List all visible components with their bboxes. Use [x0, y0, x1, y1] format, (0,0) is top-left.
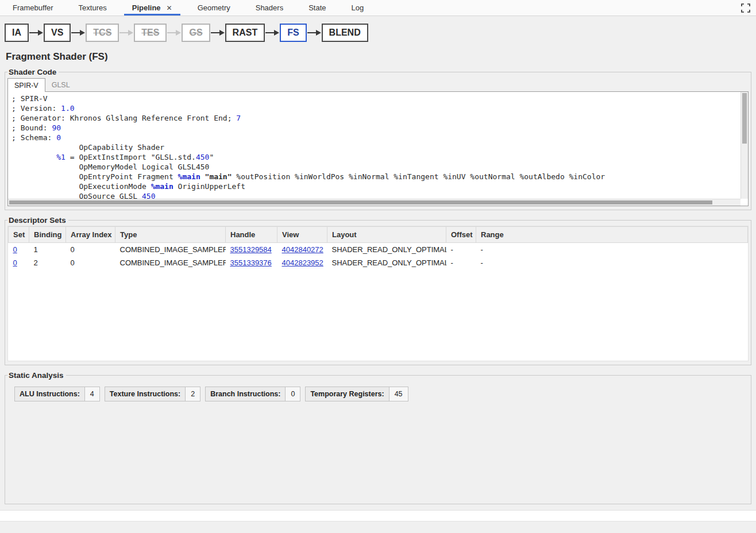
column-header: Set [9, 227, 29, 243]
tab-label: Pipeline [132, 3, 161, 12]
flow-arrow-icon [210, 29, 225, 36]
tab-pipeline[interactable]: Pipeline✕ [119, 0, 185, 16]
cell-view: 4042823952 [277, 256, 327, 269]
code-vertical-scrollbar[interactable] [740, 92, 748, 199]
static-analysis-group-title: Static Analysis [7, 371, 66, 380]
code-tab-spir-v[interactable]: SPIR-V [7, 78, 45, 92]
code-line: OpEntryPoint Fragment %main "main" %outP… [11, 172, 745, 181]
metric-alu-instructions: ALU Instructions:4 [14, 387, 100, 401]
column-header: Binding [29, 227, 66, 243]
cell-range: - [476, 243, 748, 257]
stage-ia[interactable]: IA [5, 24, 29, 42]
column-header: Handle [226, 227, 277, 243]
descriptor-sets-table-body: SetBindingArray IndexTypeHandleViewLayou… [7, 226, 749, 361]
column-header: View [277, 227, 327, 243]
code-content[interactable]: ; SPIR-V; Version: 1.0; Generator: Khron… [8, 92, 748, 206]
column-header: Array Index [66, 227, 115, 243]
shader-code-group: Shader Code SPIR-VGLSL ; SPIR-V; Version… [5, 68, 751, 210]
pipeline-flow: IAVSTCSTESGSRASTFSBLEND [0, 16, 756, 47]
table-row: 020COMBINED_IMAGE_SAMPLER355133937640428… [9, 256, 748, 269]
code-line: OpMemoryModel Logical GLSL450 [11, 162, 745, 172]
stage-tcs[interactable]: TCS [86, 24, 119, 42]
set-link[interactable]: 0 [13, 258, 17, 267]
handle-link[interactable]: 3551339376 [230, 258, 272, 267]
cell-set: 0 [9, 256, 29, 269]
code-line: ; Schema: 0 [11, 133, 745, 142]
column-header: Layout [327, 227, 446, 243]
tab-log[interactable]: Log [339, 0, 377, 16]
flow-arrow-icon [167, 29, 182, 36]
stage-fs[interactable]: FS [280, 24, 306, 42]
metric-label: Texture Instructions: [105, 387, 186, 401]
stage-vs[interactable]: VS [44, 24, 71, 42]
code-tabs: SPIR-VGLSL [7, 78, 749, 91]
column-header: Offset [446, 227, 476, 243]
cell-offset: - [446, 256, 476, 269]
tab-close-icon[interactable]: ✕ [167, 4, 172, 12]
page-title: Fragment Shader (FS) [6, 51, 750, 63]
stage-rast[interactable]: RAST [225, 24, 265, 42]
flow-arrow-icon [265, 29, 280, 36]
vertical-scroll-thumb[interactable] [742, 93, 747, 144]
cell-offset: - [446, 243, 476, 257]
cell-type: COMBINED_IMAGE_SAMPLER [115, 256, 226, 269]
cell-type: COMBINED_IMAGE_SAMPLER [115, 243, 226, 257]
tab-label: Textures [79, 3, 107, 12]
fullscreen-icon[interactable] [735, 0, 756, 16]
handle-link[interactable]: 3551329584 [230, 245, 272, 254]
cell-layout: SHADER_READ_ONLY_OPTIMAL [327, 256, 446, 269]
code-line: ; Generator: Khronos Glslang Reference F… [11, 113, 745, 123]
cell-handle: 3551339376 [226, 256, 277, 269]
tab-label: Log [352, 3, 364, 12]
set-link[interactable]: 0 [13, 245, 17, 254]
flow-arrow-icon [29, 29, 44, 36]
code-horizontal-scrollbar[interactable] [8, 199, 740, 206]
metric-value: 45 [389, 387, 408, 401]
tab-textures[interactable]: Textures [66, 0, 119, 16]
tab-framebuffer[interactable]: Framebuffer [0, 0, 66, 16]
code-line: ; Bound: 90 [11, 123, 745, 133]
app-window: FramebufferTexturesPipeline✕GeometryShad… [0, 0, 756, 522]
flow-arrow-icon [307, 29, 322, 36]
column-header: Type [115, 227, 226, 243]
descriptor-sets-tbody: 010COMBINED_IMAGE_SAMPLER355132958440428… [9, 243, 748, 270]
stage-tes[interactable]: TES [134, 24, 167, 42]
tab-label: State [308, 3, 326, 12]
tab-label: Geometry [198, 3, 230, 12]
tab-state[interactable]: State [296, 0, 338, 16]
horizontal-scroll-thumb[interactable] [9, 200, 712, 204]
flow-arrow-icon [71, 29, 86, 36]
stage-blend[interactable]: BLEND [322, 24, 368, 42]
descriptor-sets-group: Descriptor Sets SetBindingArray IndexTyp… [5, 216, 751, 365]
metrics-row: ALU Instructions:4Texture Instructions:2… [7, 381, 749, 407]
bottom-panel [0, 510, 756, 522]
stage-gs[interactable]: GS [182, 24, 210, 42]
shader-code-group-title: Shader Code [7, 68, 59, 76]
code-tab-glsl[interactable]: GLSL [45, 78, 76, 91]
descriptor-sets-table: SetBindingArray IndexTypeHandleViewLayou… [8, 226, 748, 269]
metric-label: Temporary Registers: [306, 387, 389, 401]
cell-set: 0 [9, 243, 29, 257]
cell-view: 4042840272 [277, 243, 327, 257]
tabs-container: FramebufferTexturesPipeline✕GeometryShad… [0, 0, 376, 16]
metric-label: Branch Instructions: [206, 387, 286, 401]
metric-branch-instructions: Branch Instructions:0 [205, 387, 300, 401]
static-analysis-group: Static Analysis ALU Instructions:4Textur… [5, 371, 751, 504]
code-line: ; Version: 1.0 [11, 103, 745, 113]
tab-label: Framebuffer [13, 3, 53, 12]
flow-arrow-icon [119, 29, 134, 36]
cell-layout: SHADER_READ_ONLY_OPTIMAL [327, 243, 446, 257]
tab-geometry[interactable]: Geometry [185, 0, 243, 16]
cell-binding: 2 [29, 256, 66, 269]
metric-label: ALU Instructions: [15, 387, 85, 401]
descriptor-sets-group-title: Descriptor Sets [7, 216, 68, 225]
cell-array-index: 0 [66, 256, 115, 269]
view-link[interactable]: 4042823952 [282, 258, 323, 267]
metric-texture-instructions: Texture Instructions:2 [105, 387, 200, 401]
metric-temporary-registers: Temporary Registers:45 [305, 387, 408, 401]
view-link[interactable]: 4042840272 [282, 245, 323, 254]
tab-shaders[interactable]: Shaders [243, 0, 296, 16]
cell-handle: 3551329584 [226, 243, 277, 257]
code-line: %1 = OpExtInstImport "GLSL.std.450" [11, 152, 745, 162]
metric-value: 2 [186, 387, 200, 401]
